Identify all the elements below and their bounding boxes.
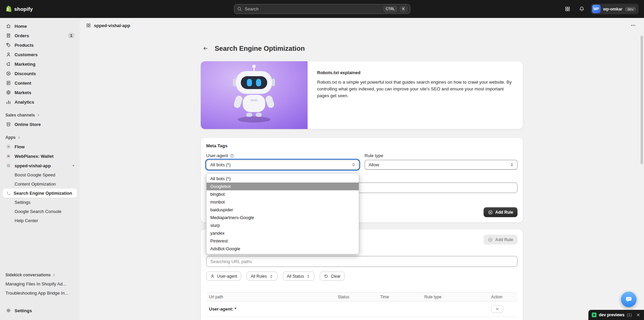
wallet-app-icon: [5, 153, 12, 159]
filter-row: User-agent All Rules All Status Clear: [206, 272, 518, 281]
sidebar-item-webplanex-wallet[interactable]: WebPlanex: Wallet: [3, 151, 77, 161]
topbar: shopify Search CTRL K WP wp-omkar dev: [0, 0, 644, 18]
table-header-row: Url path Status Time Rule type Action: [206, 292, 518, 301]
select-chevrons-icon: [269, 274, 273, 278]
sidekick-conversations-header[interactable]: Sidekick conversations: [3, 271, 77, 279]
user-agent-select[interactable]: All bots (*): [206, 160, 359, 170]
seo-page: Search Engine Optimization: [201, 39, 523, 320]
sidebar-item-content[interactable]: Content: [3, 78, 77, 88]
shopify-logo[interactable]: shopify: [5, 5, 80, 13]
subnav-boost-google-speed[interactable]: Boost Google Speed: [3, 170, 77, 179]
scrollbar-thumb[interactable]: [641, 36, 643, 164]
clear-filters-button[interactable]: Clear: [320, 272, 345, 281]
user-agent-dropdown: All bots (*) Googlebot bingbot msnbot ba…: [206, 173, 359, 254]
sidebar-item-customers[interactable]: Customers: [3, 50, 77, 59]
markets-globe-icon: [5, 90, 12, 95]
undo-icon: [324, 274, 328, 278]
search-icon: [237, 6, 242, 12]
products-tag-icon: [5, 42, 12, 48]
subnav-content-optimization[interactable]: Content Optimization: [3, 179, 77, 189]
add-rule-button[interactable]: Add Rule: [484, 207, 518, 217]
sidebar-item-home[interactable]: Home: [3, 21, 77, 31]
apps-grid-icon[interactable]: [562, 4, 573, 15]
chevron-right-icon: [37, 113, 40, 117]
conversation-item[interactable]: Troubleshooting App Bridge In...: [3, 289, 77, 298]
notifications-bell-icon[interactable]: [577, 4, 587, 15]
analytics-bars-icon: [5, 99, 12, 105]
sidebar-item-settings[interactable]: Settings: [3, 306, 77, 315]
chat-widget-button[interactable]: [621, 292, 637, 307]
apps-header[interactable]: Apps: [3, 133, 77, 142]
sidebar-item-discounts[interactable]: Discounts: [3, 69, 77, 78]
meta-tags-card: Meta Tags User-agent All bots (*) All bo…: [201, 138, 523, 222]
env-badge: dev: [625, 7, 636, 12]
sidebar-item-spped-vishal-app[interactable]: spped-vishal-app •: [3, 161, 77, 170]
global-search[interactable]: Search CTRL K: [234, 4, 410, 14]
shortcut-k: K: [400, 6, 407, 12]
brand-name: shopify: [14, 6, 33, 12]
robots-explained-card: Robots.txt explained Robots.txt is a sim…: [201, 61, 523, 129]
dropdown-option[interactable]: All bots (*): [207, 175, 359, 183]
page-title: Search Engine Optimization: [215, 45, 305, 52]
subnav-settings[interactable]: Settings: [3, 198, 77, 207]
main-frame: spped-vishal-app Search Engine Optimizat…: [80, 18, 644, 320]
dropdown-option[interactable]: Mediapartners-Google: [207, 214, 359, 221]
avatar: WP: [592, 5, 601, 13]
dropdown-option[interactable]: baiduspider: [207, 206, 359, 214]
discounts-percent-icon: [5, 71, 12, 76]
table-group-row: User-agent: *: [206, 301, 518, 317]
topbar-actions: WP wp-omkar dev: [562, 4, 639, 15]
rule-type-select[interactable]: Allow: [365, 160, 518, 170]
shopify-bag-icon: [5, 5, 12, 13]
meta-tags-heading: Meta Tags: [206, 143, 518, 148]
expand-row-button[interactable]: [491, 305, 503, 313]
dropdown-option[interactable]: AdsBot-Google: [207, 245, 359, 253]
url-paths-search-input[interactable]: [206, 256, 518, 267]
info-icon[interactable]: [230, 153, 234, 158]
plus-circle-icon: [488, 210, 493, 215]
home-icon: [5, 23, 12, 29]
filter-user-agent-button[interactable]: User-agent: [206, 272, 241, 281]
sidebar-item-products[interactable]: Products: [3, 40, 77, 50]
sidebar-item-orders[interactable]: Orders 1: [3, 31, 77, 40]
rule-type-field: Rule type Allow: [365, 153, 518, 170]
filter-all-status-select[interactable]: All Status: [283, 272, 315, 281]
online-store-icon: [5, 122, 12, 127]
sidebar-item-analytics[interactable]: Analytics: [3, 97, 77, 107]
customers-person-icon: [5, 52, 12, 57]
sidebar-item-markets[interactable]: Markets: [3, 88, 77, 97]
app-glyph-icon: [86, 23, 91, 28]
sidebar: Home Orders 1 Products Customers Marketi…: [0, 18, 80, 320]
rules-table: Url path Status Time Rule type Action Us…: [206, 292, 518, 317]
chevron-right-icon: [52, 273, 56, 277]
subnav-help-center[interactable]: Help Center: [3, 216, 77, 225]
sidebar-item-flow[interactable]: Flow: [3, 142, 77, 151]
dropdown-option[interactable]: slurp: [207, 221, 359, 229]
close-icon[interactable]: [634, 313, 642, 317]
dropdown-option[interactable]: Pinterest: [207, 237, 359, 245]
pin-dot-indicator: •: [73, 163, 74, 168]
sidebar-item-online-store[interactable]: Online Store: [3, 120, 77, 129]
dropdown-option[interactable]: bingbot: [207, 190, 359, 198]
app-title: spped-vishal-app: [94, 23, 130, 28]
dev-preview-green-icon: [592, 313, 597, 317]
person-icon: [210, 274, 215, 278]
app-header: spped-vishal-app: [80, 18, 644, 33]
dropdown-option-highlighted[interactable]: Googlebot: [207, 183, 359, 190]
dropdown-option[interactable]: msnbot: [207, 198, 359, 206]
content-doc-icon: [5, 80, 12, 86]
dropdown-option[interactable]: yandex: [207, 229, 359, 237]
user-menu[interactable]: WP wp-omkar dev: [591, 4, 639, 14]
conversation-item[interactable]: Managing Files In Shopify Ad...: [3, 279, 77, 289]
orders-count-badge: 1: [68, 33, 74, 38]
sidebar-item-marketing[interactable]: Marketing: [3, 59, 77, 69]
subnav-search-engine-optimization[interactable]: Search Engine Optimization: [3, 189, 77, 198]
robots-heading: Robots.txt explained: [317, 70, 513, 75]
back-button[interactable]: [201, 44, 210, 53]
chevron-right-icon: [17, 136, 21, 139]
subnav-google-search-console[interactable]: Google Search Console: [3, 207, 77, 216]
more-actions-icon[interactable]: [628, 21, 638, 30]
sales-channels-header[interactable]: Sales channels: [3, 111, 77, 120]
filter-all-rules-select[interactable]: All Rules: [247, 272, 277, 281]
marketing-megaphone-icon: [5, 61, 12, 67]
